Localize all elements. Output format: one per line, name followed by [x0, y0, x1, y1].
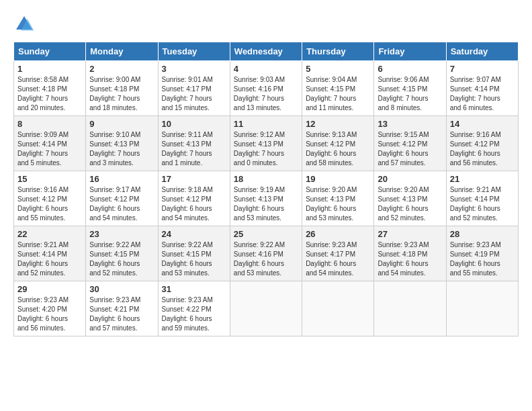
day-number: 7 — [450, 64, 515, 74]
day-number: 3 — [162, 64, 226, 74]
day-info: Sunrise: 9:16 AM Sunset: 4:12 PM Dayligh… — [17, 185, 82, 223]
day-number: 28 — [450, 229, 515, 239]
day-info: Sunrise: 9:10 AM Sunset: 4:13 PM Dayligh… — [89, 130, 154, 168]
calendar-cell: 21Sunrise: 9:21 AM Sunset: 4:14 PM Dayli… — [446, 171, 518, 226]
calendar-cell: 8Sunrise: 9:09 AM Sunset: 4:14 PM Daylig… — [14, 116, 86, 171]
day-info: Sunrise: 9:23 AM Sunset: 4:20 PM Dayligh… — [17, 295, 82, 333]
day-number: 23 — [89, 229, 154, 239]
calendar-cell: 13Sunrise: 9:15 AM Sunset: 4:12 PM Dayli… — [374, 116, 446, 171]
day-info: Sunrise: 9:22 AM Sunset: 4:16 PM Dayligh… — [234, 240, 298, 278]
day-number: 2 — [89, 64, 154, 74]
day-number: 22 — [17, 229, 82, 239]
calendar-table: SundayMondayTuesdayWednesdayThursdayFrid… — [13, 42, 519, 336]
calendar-cell: 2Sunrise: 9:00 AM Sunset: 4:18 PM Daylig… — [86, 61, 158, 116]
day-info: Sunrise: 9:23 AM Sunset: 4:21 PM Dayligh… — [89, 295, 154, 333]
calendar-cell: 3Sunrise: 9:01 AM Sunset: 4:17 PM Daylig… — [158, 61, 230, 116]
day-number: 30 — [89, 284, 154, 294]
calendar-week-5: 29Sunrise: 9:23 AM Sunset: 4:20 PM Dayli… — [14, 281, 519, 336]
day-info: Sunrise: 9:21 AM Sunset: 4:14 PM Dayligh… — [450, 185, 515, 223]
calendar-cell: 22Sunrise: 9:21 AM Sunset: 4:14 PM Dayli… — [14, 226, 86, 281]
day-number: 13 — [378, 119, 442, 129]
day-number: 31 — [162, 284, 226, 294]
calendar-cell: 4Sunrise: 9:03 AM Sunset: 4:16 PM Daylig… — [230, 61, 302, 116]
calendar-cell: 5Sunrise: 9:04 AM Sunset: 4:15 PM Daylig… — [302, 61, 374, 116]
day-info: Sunrise: 9:15 AM Sunset: 4:12 PM Dayligh… — [378, 130, 442, 168]
calendar-cell — [302, 281, 374, 336]
day-number: 29 — [17, 284, 82, 294]
calendar-cell: 23Sunrise: 9:22 AM Sunset: 4:15 PM Dayli… — [86, 226, 158, 281]
calendar-cell: 19Sunrise: 9:20 AM Sunset: 4:13 PM Dayli… — [302, 171, 374, 226]
calendar-cell: 29Sunrise: 9:23 AM Sunset: 4:20 PM Dayli… — [14, 281, 86, 336]
day-number: 8 — [17, 119, 82, 129]
day-of-week-saturday: Saturday — [446, 42, 518, 61]
calendar-cell: 7Sunrise: 9:07 AM Sunset: 4:14 PM Daylig… — [446, 61, 518, 116]
day-number: 17 — [162, 174, 226, 184]
day-info: Sunrise: 9:13 AM Sunset: 4:12 PM Dayligh… — [306, 130, 370, 168]
calendar-cell: 14Sunrise: 9:16 AM Sunset: 4:12 PM Dayli… — [446, 116, 518, 171]
calendar-cell: 28Sunrise: 9:23 AM Sunset: 4:19 PM Dayli… — [446, 226, 518, 281]
day-info: Sunrise: 9:04 AM Sunset: 4:15 PM Dayligh… — [306, 75, 370, 113]
day-info: Sunrise: 9:18 AM Sunset: 4:12 PM Dayligh… — [162, 185, 226, 223]
calendar-cell — [230, 281, 302, 336]
day-info: Sunrise: 9:21 AM Sunset: 4:14 PM Dayligh… — [17, 240, 82, 278]
day-number: 10 — [162, 119, 226, 129]
day-info: Sunrise: 9:20 AM Sunset: 4:13 PM Dayligh… — [378, 185, 442, 223]
calendar-cell: 25Sunrise: 9:22 AM Sunset: 4:16 PM Dayli… — [230, 226, 302, 281]
day-info: Sunrise: 9:22 AM Sunset: 4:15 PM Dayligh… — [89, 240, 154, 278]
day-info: Sunrise: 9:01 AM Sunset: 4:17 PM Dayligh… — [162, 75, 226, 113]
day-number: 21 — [450, 174, 515, 184]
day-number: 19 — [306, 174, 370, 184]
logo-icon — [13, 13, 35, 35]
day-info: Sunrise: 9:23 AM Sunset: 4:18 PM Dayligh… — [378, 240, 442, 278]
day-of-week-sunday: Sunday — [14, 42, 86, 61]
day-info: Sunrise: 9:16 AM Sunset: 4:12 PM Dayligh… — [450, 130, 515, 168]
days-of-week-row: SundayMondayTuesdayWednesdayThursdayFrid… — [14, 42, 519, 61]
calendar-cell: 17Sunrise: 9:18 AM Sunset: 4:12 PM Dayli… — [158, 171, 230, 226]
day-number: 27 — [378, 229, 442, 239]
day-number: 25 — [234, 229, 298, 239]
calendar-cell: 18Sunrise: 9:19 AM Sunset: 4:13 PM Dayli… — [230, 171, 302, 226]
day-of-week-tuesday: Tuesday — [158, 42, 230, 61]
calendar-cell: 12Sunrise: 9:13 AM Sunset: 4:12 PM Dayli… — [302, 116, 374, 171]
day-number: 5 — [306, 64, 370, 74]
calendar-cell — [374, 281, 446, 336]
calendar-cell: 27Sunrise: 9:23 AM Sunset: 4:18 PM Dayli… — [374, 226, 446, 281]
day-number: 6 — [378, 64, 442, 74]
calendar-cell: 1Sunrise: 8:58 AM Sunset: 4:18 PM Daylig… — [14, 61, 86, 116]
day-info: Sunrise: 9:23 AM Sunset: 4:17 PM Dayligh… — [306, 240, 370, 278]
day-info: Sunrise: 9:20 AM Sunset: 4:13 PM Dayligh… — [306, 185, 370, 223]
calendar-week-3: 15Sunrise: 9:16 AM Sunset: 4:12 PM Dayli… — [14, 171, 519, 226]
day-of-week-wednesday: Wednesday — [230, 42, 302, 61]
day-info: Sunrise: 9:19 AM Sunset: 4:13 PM Dayligh… — [234, 185, 298, 223]
day-info: Sunrise: 9:12 AM Sunset: 4:13 PM Dayligh… — [234, 130, 298, 168]
calendar-cell: 6Sunrise: 9:06 AM Sunset: 4:15 PM Daylig… — [374, 61, 446, 116]
day-of-week-monday: Monday — [86, 42, 158, 61]
day-info: Sunrise: 9:23 AM Sunset: 4:22 PM Dayligh… — [162, 295, 226, 333]
day-number: 18 — [234, 174, 298, 184]
day-info: Sunrise: 9:07 AM Sunset: 4:14 PM Dayligh… — [450, 75, 515, 113]
calendar-cell: 9Sunrise: 9:10 AM Sunset: 4:13 PM Daylig… — [86, 116, 158, 171]
day-number: 11 — [234, 119, 298, 129]
calendar-week-2: 8Sunrise: 9:09 AM Sunset: 4:14 PM Daylig… — [14, 116, 519, 171]
day-number: 14 — [450, 119, 515, 129]
day-info: Sunrise: 9:03 AM Sunset: 4:16 PM Dayligh… — [234, 75, 298, 113]
calendar-body: 1Sunrise: 8:58 AM Sunset: 4:18 PM Daylig… — [14, 61, 519, 336]
day-number: 16 — [89, 174, 154, 184]
day-info: Sunrise: 9:09 AM Sunset: 4:14 PM Dayligh… — [17, 130, 82, 168]
calendar-header: SundayMondayTuesdayWednesdayThursdayFrid… — [14, 42, 519, 61]
calendar-cell — [446, 281, 518, 336]
logo — [13, 13, 38, 35]
calendar-cell: 26Sunrise: 9:23 AM Sunset: 4:17 PM Dayli… — [302, 226, 374, 281]
page-header — [13, 13, 519, 35]
calendar-cell: 20Sunrise: 9:20 AM Sunset: 4:13 PM Dayli… — [374, 171, 446, 226]
day-number: 1 — [17, 64, 82, 74]
calendar-cell: 24Sunrise: 9:22 AM Sunset: 4:15 PM Dayli… — [158, 226, 230, 281]
day-of-week-friday: Friday — [374, 42, 446, 61]
calendar-week-4: 22Sunrise: 9:21 AM Sunset: 4:14 PM Dayli… — [14, 226, 519, 281]
day-info: Sunrise: 9:11 AM Sunset: 4:13 PM Dayligh… — [162, 130, 226, 168]
day-number: 15 — [17, 174, 82, 184]
day-info: Sunrise: 8:58 AM Sunset: 4:18 PM Dayligh… — [17, 75, 82, 113]
calendar-week-1: 1Sunrise: 8:58 AM Sunset: 4:18 PM Daylig… — [14, 61, 519, 116]
calendar-cell: 11Sunrise: 9:12 AM Sunset: 4:13 PM Dayli… — [230, 116, 302, 171]
day-of-week-thursday: Thursday — [302, 42, 374, 61]
